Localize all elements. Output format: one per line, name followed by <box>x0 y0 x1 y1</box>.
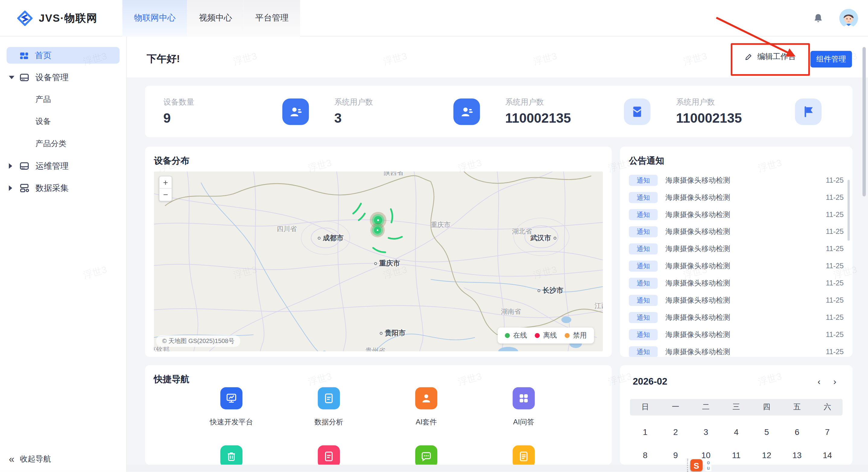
notice-date: 11-25 <box>826 227 843 236</box>
quicknav-item[interactable]: 快速开发平台 <box>198 387 265 427</box>
bottom-band <box>127 465 868 472</box>
sidebar-item-label: 设备管理 <box>35 72 68 83</box>
notice-text: 海康摄像头移动检测 <box>665 244 826 254</box>
notification-bell-icon[interactable] <box>813 12 824 24</box>
calendar-week-2: 891011121314 <box>630 446 843 463</box>
header: JVS·物联网 物联网中心视频中心平台管理 <box>0 0 868 36</box>
top-band: 下午好! 编辑工作台 组件管理 <box>127 36 868 77</box>
notice-row[interactable]: 通知 海康摄像头移动检测 11-25 <box>620 258 852 275</box>
notice-row[interactable]: 通知 海康摄像头移动检测 11-25 <box>620 343 852 357</box>
calendar-weekdays: 日一二三四五六 <box>630 399 843 415</box>
edit-workbench-button[interactable]: 编辑工作台 <box>745 52 796 62</box>
app-logo: JVS·物联网 <box>0 10 122 26</box>
quicknav-title: 快捷导航 <box>154 374 603 386</box>
page-scrollbar[interactable] <box>863 47 866 197</box>
map-label: 湖北省 <box>512 227 532 236</box>
calendar-day[interactable]: 9 <box>660 450 691 459</box>
calendar-week-1: 1234567 <box>630 423 843 440</box>
map-viewport[interactable]: 陕西省四川省成都市重庆市湖北省武汉市重庆市长沙市湖南省江西省贵阳市贵州省克钦邦 … <box>154 171 603 351</box>
map-zoom-out-button[interactable]: − <box>159 189 172 201</box>
top-tab[interactable]: 物联网中心 <box>122 0 187 36</box>
city-marker-dot <box>318 237 320 240</box>
sidebar-item[interactable]: 产品 <box>0 89 126 111</box>
sidebar-item[interactable]: 运维管理 <box>0 155 126 177</box>
stat-item: 系统用户数 110002135 <box>505 86 676 137</box>
quicknav-item[interactable]: AI问答 <box>490 387 557 427</box>
collapse-nav-button[interactable]: « 收起导航 <box>9 454 51 464</box>
quicknav-icon <box>318 387 340 409</box>
notice-row[interactable]: 通知 海康摄像头移动检测 11-25 <box>620 206 852 223</box>
weekday-label: 六 <box>812 402 843 412</box>
notice-row[interactable]: 通知 海康摄像头移动检测 11-25 <box>620 309 852 326</box>
calendar-day[interactable]: 12 <box>752 450 782 459</box>
quicknav-label: 数据分析 <box>315 417 343 427</box>
stat-icon <box>795 98 822 125</box>
quicknav-icon <box>415 387 437 409</box>
calendar-day[interactable]: 7 <box>812 427 843 436</box>
notice-badge: 通知 <box>629 312 657 323</box>
stat-item: 设备数量 9 <box>163 86 334 137</box>
quicknav-item[interactable] <box>296 445 362 465</box>
notice-row[interactable]: 通知 海康摄像头移动检测 11-25 <box>620 189 852 206</box>
calendar-day[interactable]: 13 <box>782 450 812 459</box>
notice-text: 海康摄像头移动检测 <box>665 261 826 271</box>
map-label: 长沙市 <box>537 286 563 295</box>
quicknav-card: 快捷导航 快速开发平台 数据分析 AI套件 AI问答 <box>145 365 612 465</box>
user-avatar[interactable] <box>839 8 858 27</box>
top-tab[interactable]: 视频中心 <box>187 0 244 36</box>
notice-badge: 通知 <box>629 278 657 289</box>
notice-date: 11-25 <box>826 347 843 356</box>
sidebar-item[interactable]: 产品分类 <box>0 133 126 155</box>
sidebar-item[interactable]: 数据采集 <box>0 177 126 199</box>
notice-date: 11-25 <box>826 193 843 202</box>
map-label: 重庆市 <box>374 259 400 268</box>
quicknav-label: 快速开发平台 <box>210 417 253 427</box>
quicknav-icon <box>513 387 535 409</box>
stat-value: 110002135 <box>505 110 571 126</box>
sidebar-item-label: 首页 <box>35 50 52 61</box>
calendar-day[interactable]: 14 <box>812 450 843 459</box>
map-title: 设备分布 <box>154 156 603 167</box>
ime-indicator[interactable]: S o u <box>687 459 711 472</box>
calendar-prev-button[interactable]: ‹ <box>812 375 826 388</box>
notice-row[interactable]: 通知 海康摄像头移动检测 11-25 <box>620 223 852 240</box>
quicknav-item[interactable] <box>490 445 557 465</box>
legend-dot <box>565 333 570 338</box>
logo-icon <box>17 10 33 26</box>
notice-date: 11-25 <box>826 210 843 218</box>
calendar-day[interactable]: 5 <box>752 427 782 436</box>
sidebar-item[interactable]: 首页 <box>7 47 119 64</box>
calendar-day[interactable]: 3 <box>691 427 721 436</box>
quicknav-item[interactable]: 数据分析 <box>296 387 362 427</box>
quicknav-row-1: 快速开发平台 数据分析 AI套件 AI问答 <box>154 387 603 427</box>
calendar-day[interactable]: 4 <box>721 427 752 436</box>
pen-icon <box>745 53 753 61</box>
notice-row[interactable]: 通知 海康摄像头移动检测 11-25 <box>620 326 852 343</box>
notice-row[interactable]: 通知 海康摄像头移动检测 11-25 <box>620 292 852 309</box>
top-tab[interactable]: 平台管理 <box>244 0 300 36</box>
sidebar-item[interactable]: 设备 <box>0 111 126 133</box>
calendar-day[interactable]: 1 <box>630 427 660 436</box>
quicknav-item[interactable] <box>393 445 459 465</box>
calendar-day[interactable]: 8 <box>630 450 660 459</box>
collapse-icon: « <box>9 454 14 464</box>
calendar-day[interactable]: 2 <box>660 427 691 436</box>
notices-scrollbar[interactable] <box>847 180 849 241</box>
calendar-day[interactable]: 11 <box>721 450 752 459</box>
quicknav-item[interactable]: AI套件 <box>393 387 459 427</box>
component-manage-button[interactable]: 组件管理 <box>810 51 852 68</box>
notice-text: 海康摄像头移动检测 <box>665 175 826 185</box>
calendar-day[interactable]: 6 <box>782 427 812 436</box>
calendar-day[interactable]: 10 <box>691 450 721 459</box>
quicknav-item[interactable] <box>198 445 265 465</box>
menu-icon <box>19 183 30 194</box>
notice-row[interactable]: 通知 海康摄像头移动检测 11-25 <box>620 274 852 292</box>
notice-row[interactable]: 通知 海康摄像头移动检测 11-25 <box>620 240 852 258</box>
quicknav-icon <box>415 445 437 465</box>
map-zoom-control: + − <box>159 176 172 201</box>
calendar-next-button[interactable]: › <box>828 375 841 388</box>
notice-row[interactable]: 通知 海康摄像头移动检测 11-25 <box>620 171 852 189</box>
map-zoom-in-button[interactable]: + <box>159 177 172 189</box>
sidebar-item[interactable]: 设备管理 <box>0 66 126 88</box>
sidebar-item-label: 产品分类 <box>35 139 66 149</box>
